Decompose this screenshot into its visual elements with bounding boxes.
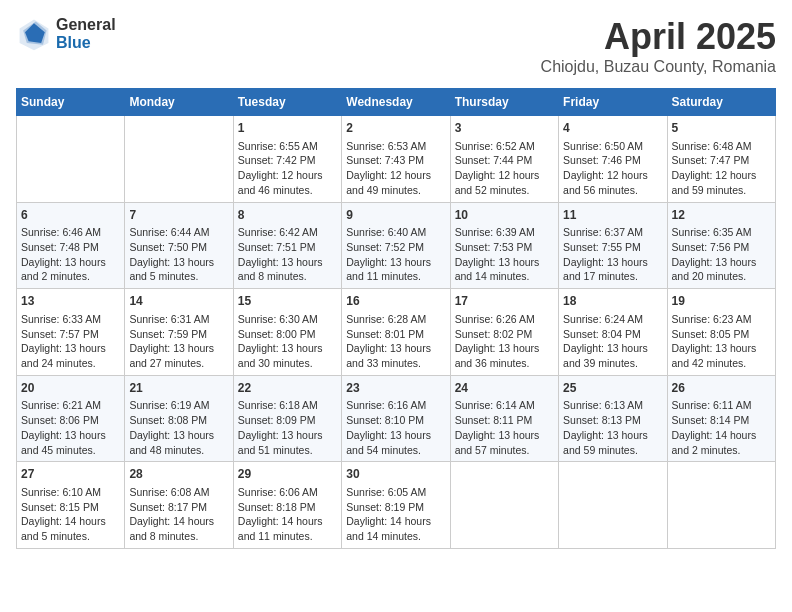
title-area: April 2025 Chiojdu, Buzau County, Romani… — [541, 16, 776, 76]
header-tuesday: Tuesday — [233, 89, 341, 116]
sunset-text: Sunset: 8:02 PM — [455, 328, 533, 340]
table-row: 8Sunrise: 6:42 AMSunset: 7:51 PMDaylight… — [233, 202, 341, 289]
sunset-text: Sunset: 7:51 PM — [238, 241, 316, 253]
header: General Blue April 2025 Chiojdu, Buzau C… — [16, 16, 776, 76]
daylight-text: Daylight: 14 hours and 2 minutes. — [672, 429, 757, 456]
day-number: 29 — [238, 466, 337, 483]
sunrise-text: Sunrise: 6:26 AM — [455, 313, 535, 325]
daylight-text: Daylight: 13 hours and 54 minutes. — [346, 429, 431, 456]
daylight-text: Daylight: 13 hours and 39 minutes. — [563, 342, 648, 369]
daylight-text: Daylight: 13 hours and 24 minutes. — [21, 342, 106, 369]
logo: General Blue — [16, 16, 116, 52]
sunrise-text: Sunrise: 6:53 AM — [346, 140, 426, 152]
sunrise-text: Sunrise: 6:24 AM — [563, 313, 643, 325]
sunset-text: Sunset: 7:59 PM — [129, 328, 207, 340]
header-saturday: Saturday — [667, 89, 775, 116]
day-number: 28 — [129, 466, 228, 483]
table-row: 22Sunrise: 6:18 AMSunset: 8:09 PMDayligh… — [233, 375, 341, 462]
header-sunday: Sunday — [17, 89, 125, 116]
day-number: 7 — [129, 207, 228, 224]
table-row: 9Sunrise: 6:40 AMSunset: 7:52 PMDaylight… — [342, 202, 450, 289]
table-row: 5Sunrise: 6:48 AMSunset: 7:47 PMDaylight… — [667, 116, 775, 203]
table-row — [667, 462, 775, 549]
sunrise-text: Sunrise: 6:18 AM — [238, 399, 318, 411]
header-thursday: Thursday — [450, 89, 558, 116]
day-number: 30 — [346, 466, 445, 483]
sunrise-text: Sunrise: 6:35 AM — [672, 226, 752, 238]
sunrise-text: Sunrise: 6:37 AM — [563, 226, 643, 238]
sunset-text: Sunset: 8:08 PM — [129, 414, 207, 426]
calendar-title: April 2025 — [541, 16, 776, 58]
day-number: 4 — [563, 120, 662, 137]
week-row-4: 20Sunrise: 6:21 AMSunset: 8:06 PMDayligh… — [17, 375, 776, 462]
table-row: 23Sunrise: 6:16 AMSunset: 8:10 PMDayligh… — [342, 375, 450, 462]
table-row: 24Sunrise: 6:14 AMSunset: 8:11 PMDayligh… — [450, 375, 558, 462]
daylight-text: Daylight: 13 hours and 27 minutes. — [129, 342, 214, 369]
sunrise-text: Sunrise: 6:16 AM — [346, 399, 426, 411]
day-number: 1 — [238, 120, 337, 137]
sunset-text: Sunset: 7:55 PM — [563, 241, 641, 253]
sunrise-text: Sunrise: 6:06 AM — [238, 486, 318, 498]
sunrise-text: Sunrise: 6:30 AM — [238, 313, 318, 325]
day-number: 26 — [672, 380, 771, 397]
daylight-text: Daylight: 13 hours and 11 minutes. — [346, 256, 431, 283]
day-number: 27 — [21, 466, 120, 483]
logo-blue-text: Blue — [56, 34, 116, 52]
day-number: 2 — [346, 120, 445, 137]
day-number: 9 — [346, 207, 445, 224]
sunrise-text: Sunrise: 6:21 AM — [21, 399, 101, 411]
sunrise-text: Sunrise: 6:40 AM — [346, 226, 426, 238]
daylight-text: Daylight: 13 hours and 14 minutes. — [455, 256, 540, 283]
day-number: 21 — [129, 380, 228, 397]
logo-general-text: General — [56, 16, 116, 34]
sunrise-text: Sunrise: 6:44 AM — [129, 226, 209, 238]
table-row: 1Sunrise: 6:55 AMSunset: 7:42 PMDaylight… — [233, 116, 341, 203]
sunrise-text: Sunrise: 6:11 AM — [672, 399, 752, 411]
sunset-text: Sunset: 7:42 PM — [238, 154, 316, 166]
sunset-text: Sunset: 8:05 PM — [672, 328, 750, 340]
daylight-text: Daylight: 13 hours and 51 minutes. — [238, 429, 323, 456]
sunset-text: Sunset: 8:04 PM — [563, 328, 641, 340]
sunrise-text: Sunrise: 6:28 AM — [346, 313, 426, 325]
daylight-text: Daylight: 13 hours and 20 minutes. — [672, 256, 757, 283]
sunrise-text: Sunrise: 6:46 AM — [21, 226, 101, 238]
table-row: 21Sunrise: 6:19 AMSunset: 8:08 PMDayligh… — [125, 375, 233, 462]
daylight-text: Daylight: 13 hours and 48 minutes. — [129, 429, 214, 456]
table-row: 16Sunrise: 6:28 AMSunset: 8:01 PMDayligh… — [342, 289, 450, 376]
day-number: 5 — [672, 120, 771, 137]
sunset-text: Sunset: 8:17 PM — [129, 501, 207, 513]
day-number: 19 — [672, 293, 771, 310]
daylight-text: Daylight: 12 hours and 56 minutes. — [563, 169, 648, 196]
header-friday: Friday — [559, 89, 667, 116]
table-row: 15Sunrise: 6:30 AMSunset: 8:00 PMDayligh… — [233, 289, 341, 376]
table-row: 12Sunrise: 6:35 AMSunset: 7:56 PMDayligh… — [667, 202, 775, 289]
sunset-text: Sunset: 8:13 PM — [563, 414, 641, 426]
sunset-text: Sunset: 8:06 PM — [21, 414, 99, 426]
table-row: 30Sunrise: 6:05 AMSunset: 8:19 PMDayligh… — [342, 462, 450, 549]
daylight-text: Daylight: 12 hours and 49 minutes. — [346, 169, 431, 196]
header-wednesday: Wednesday — [342, 89, 450, 116]
sunset-text: Sunset: 8:09 PM — [238, 414, 316, 426]
daylight-text: Daylight: 12 hours and 59 minutes. — [672, 169, 757, 196]
day-number: 18 — [563, 293, 662, 310]
sunrise-text: Sunrise: 6:19 AM — [129, 399, 209, 411]
table-row: 4Sunrise: 6:50 AMSunset: 7:46 PMDaylight… — [559, 116, 667, 203]
day-number: 3 — [455, 120, 554, 137]
sunrise-text: Sunrise: 6:08 AM — [129, 486, 209, 498]
daylight-text: Daylight: 13 hours and 8 minutes. — [238, 256, 323, 283]
day-number: 23 — [346, 380, 445, 397]
table-row: 25Sunrise: 6:13 AMSunset: 8:13 PMDayligh… — [559, 375, 667, 462]
table-row: 27Sunrise: 6:10 AMSunset: 8:15 PMDayligh… — [17, 462, 125, 549]
daylight-text: Daylight: 13 hours and 2 minutes. — [21, 256, 106, 283]
sunrise-text: Sunrise: 6:48 AM — [672, 140, 752, 152]
sunset-text: Sunset: 7:43 PM — [346, 154, 424, 166]
daylight-text: Daylight: 13 hours and 36 minutes. — [455, 342, 540, 369]
table-row — [17, 116, 125, 203]
sunrise-text: Sunrise: 6:50 AM — [563, 140, 643, 152]
sunrise-text: Sunrise: 6:31 AM — [129, 313, 209, 325]
sunrise-text: Sunrise: 6:10 AM — [21, 486, 101, 498]
day-number: 13 — [21, 293, 120, 310]
table-row: 13Sunrise: 6:33 AMSunset: 7:57 PMDayligh… — [17, 289, 125, 376]
day-number: 10 — [455, 207, 554, 224]
day-number: 6 — [21, 207, 120, 224]
